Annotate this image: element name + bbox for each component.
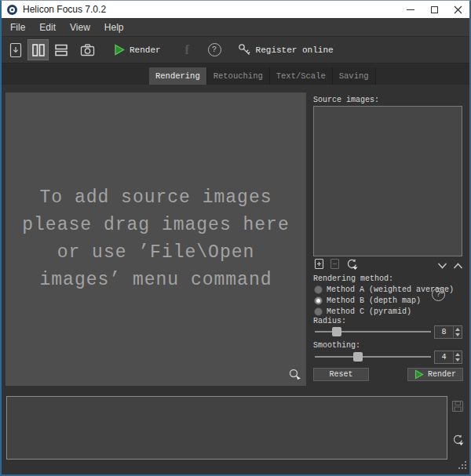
move-image-up-button[interactable] [453, 259, 463, 273]
app-window: Helicon Focus 7.0.2 File Edit View Help [0, 0, 471, 476]
smoothing-slider[interactable] [315, 351, 431, 362]
horizontal-split-icon [54, 43, 68, 57]
register-online-label: Register online [256, 45, 334, 55]
rotate-dropdown-icon [451, 434, 465, 446]
render-play-icon [414, 369, 424, 380]
minimize-button[interactable] [399, 1, 422, 18]
maximize-icon [431, 6, 438, 13]
radius-label: Radius: [313, 317, 346, 325]
add-images-icon [9, 42, 23, 58]
help-icon: ? [208, 43, 221, 56]
reset-label: Reset [329, 370, 352, 379]
register-online-button[interactable]: Register online [233, 39, 338, 60]
save-icon [451, 400, 464, 412]
panel-render-button[interactable]: Render [407, 368, 463, 381]
remove-file-icon [330, 258, 340, 270]
tab-saving[interactable]: Saving [333, 67, 376, 85]
method-c-label: Method C (pyramid) [327, 307, 411, 316]
camera-button[interactable] [77, 39, 98, 60]
rotate-dropdown-icon [345, 258, 359, 271]
zoom-button[interactable] [288, 368, 302, 382]
chevron-up-icon [453, 263, 463, 269]
tab-rendering[interactable]: Rendering [149, 67, 207, 85]
spinner-arrows [453, 326, 462, 338]
spinner-arrows [453, 351, 462, 363]
tab-retouching[interactable]: Retouching [207, 67, 270, 85]
move-image-down-button[interactable] [437, 259, 447, 273]
drop-hint-line: please drag images here [5, 212, 306, 239]
radius-slider[interactable] [315, 326, 431, 337]
vertical-split-view-button[interactable] [27, 39, 49, 60]
minimize-icon [407, 9, 414, 10]
close-button[interactable] [446, 1, 469, 18]
up-arrow-icon [455, 353, 460, 356]
toolbar-render-button[interactable]: Render [109, 39, 166, 60]
radius-decrement-button[interactable] [454, 332, 462, 339]
open-images-button[interactable] [5, 39, 26, 60]
drop-hint-message: To add source images please drag images … [5, 184, 306, 294]
horizontal-split-view-button[interactable] [50, 39, 71, 60]
smoothing-spinner[interactable]: 4 [434, 351, 462, 364]
toolbar-render-label: Render [130, 45, 161, 55]
resize-grip-icon [457, 460, 467, 469]
facebook-button[interactable]: f [177, 39, 198, 60]
vertical-split-icon [31, 43, 46, 57]
radius-spinner[interactable]: 8 [434, 325, 462, 339]
method-b-label: Method B (depth map) [327, 296, 421, 305]
refresh-log-button[interactable] [451, 434, 464, 446]
method-c-radio[interactable]: Method C (pyramid) [314, 307, 411, 317]
smoothing-decrement-button[interactable] [454, 358, 462, 364]
image-canvas-dropzone[interactable]: To add source images please drag images … [5, 93, 306, 386]
down-arrow-icon [455, 333, 460, 336]
toolbar: Render f ? Register online [2, 36, 469, 63]
radio-selected-icon [314, 296, 323, 305]
menu-view[interactable]: View [63, 20, 97, 35]
rendering-method-label: Rendering method: [313, 274, 393, 283]
maximize-button[interactable] [422, 1, 446, 18]
remove-image-button[interactable] [330, 258, 340, 274]
radio-icon [314, 307, 323, 316]
render-play-icon [114, 44, 125, 56]
menu-file[interactable]: File [3, 20, 32, 35]
facebook-icon: f [184, 43, 188, 57]
title-bar: Helicon Focus 7.0.2 [2, 1, 469, 18]
help-icon: ? [432, 288, 445, 301]
radius-slider-handle[interactable] [332, 327, 341, 336]
log-output-box[interactable] [6, 396, 447, 460]
source-list-toolbar [314, 260, 463, 272]
key-icon [238, 43, 251, 56]
add-image-button[interactable] [314, 258, 324, 274]
window-resize-grip[interactable] [457, 459, 467, 473]
source-images-list[interactable] [313, 106, 462, 256]
radius-increment-button[interactable] [454, 326, 462, 332]
source-images-label: Source images: [313, 96, 379, 104]
up-arrow-icon [455, 328, 460, 331]
app-logo-icon [7, 5, 17, 15]
tab-text-scale[interactable]: Text/Scale [270, 67, 333, 85]
drop-hint-line: or use ’File\Open [5, 239, 306, 267]
smoothing-increment-button[interactable] [454, 351, 462, 358]
camera-icon [80, 43, 95, 56]
window-title: Helicon Focus 7.0.2 [23, 4, 106, 15]
rotate-images-button[interactable] [345, 258, 359, 274]
smoothing-value[interactable]: 4 [435, 351, 453, 363]
tab-strip: Rendering Retouching Text/Scale Saving [2, 63, 469, 85]
radius-value[interactable]: 8 [435, 326, 453, 338]
menu-bar: File Edit View Help [2, 18, 469, 36]
chevron-down-icon [437, 263, 447, 269]
save-log-button[interactable] [451, 400, 464, 412]
magnifier-icon [288, 368, 302, 382]
smoothing-label: Smoothing: [313, 341, 360, 350]
drop-hint-line: images’ menu command [5, 267, 306, 294]
method-b-radio[interactable]: Method B (depth map) [314, 296, 421, 306]
slider-track [315, 356, 431, 358]
menu-help[interactable]: Help [97, 20, 131, 35]
smoothing-slider-handle[interactable] [353, 352, 363, 362]
down-arrow-icon [455, 358, 460, 362]
method-help-button[interactable]: ? [432, 288, 445, 301]
radio-icon [314, 285, 323, 294]
reset-button[interactable]: Reset [313, 368, 369, 381]
menu-edit[interactable]: Edit [32, 20, 63, 35]
help-button[interactable]: ? [204, 39, 225, 60]
panel-render-label: Render [428, 370, 456, 379]
